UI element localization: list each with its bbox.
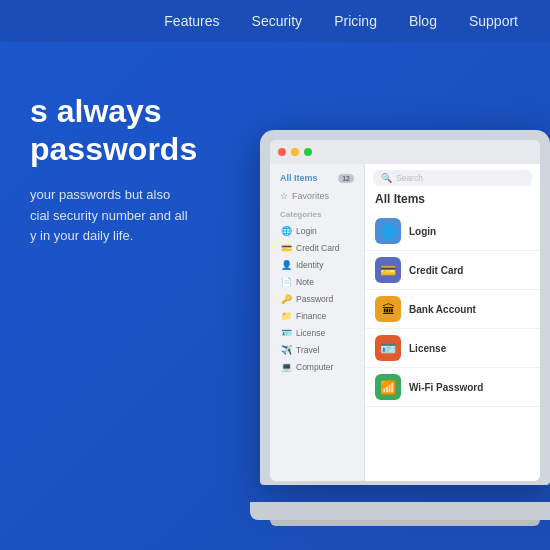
sidebar-item-license[interactable]: 🪪 License — [276, 324, 358, 341]
nav-blog[interactable]: Blog — [397, 9, 449, 33]
search-placeholder: Search — [396, 173, 423, 183]
nav-support[interactable]: Support — [457, 9, 530, 33]
license-item-label: License — [409, 343, 446, 354]
login-item-icon: 🌐 — [375, 218, 401, 244]
laptop-base — [250, 502, 550, 520]
credit-card-icon: 💳 — [280, 242, 292, 254]
sidebar-favorites[interactable]: ☆ Favorites — [276, 188, 358, 204]
list-item-bank-account[interactable]: 🏛 Bank Account — [365, 290, 540, 329]
credit-card-item-icon: 💳 — [375, 257, 401, 283]
item-list: 🌐 Login 💳 Credit Card — [365, 212, 540, 481]
laptop: All Items 12 ☆ Favorites Categories 🌐 — [250, 130, 550, 550]
computer-icon: 💻 — [280, 361, 292, 373]
app-layout: All Items 12 ☆ Favorites Categories 🌐 — [270, 164, 540, 481]
wifi-item-label: Wi-Fi Password — [409, 382, 483, 393]
app-sidebar: All Items 12 ☆ Favorites Categories 🌐 — [270, 164, 365, 481]
sidebar-all-items[interactable]: All Items 12 — [276, 170, 358, 186]
hero-text: s always passwords your passwords but al… — [30, 82, 250, 247]
laptop-screen-inner: All Items 12 ☆ Favorites Categories 🌐 — [270, 140, 540, 481]
bank-item-icon: 🏛 — [375, 296, 401, 322]
bank-item-label: Bank Account — [409, 304, 476, 315]
app-main-content: 🔍 Search All Items 🌐 Login — [365, 164, 540, 481]
search-icon: 🔍 — [381, 173, 392, 183]
sidebar-item-note[interactable]: 📄 Note — [276, 273, 358, 290]
all-items-count: 12 — [338, 174, 354, 183]
navbar: Features Security Pricing Blog Support — [0, 0, 550, 42]
sidebar-item-computer[interactable]: 💻 Computer — [276, 358, 358, 375]
laptop-screen-outer: All Items 12 ☆ Favorites Categories 🌐 — [260, 130, 550, 485]
nav-security[interactable]: Security — [240, 9, 315, 33]
note-icon: 📄 — [280, 276, 292, 288]
nav-pricing[interactable]: Pricing — [322, 9, 389, 33]
login-item-label: Login — [409, 226, 436, 237]
laptop-foot — [270, 520, 540, 526]
wifi-item-icon: 📶 — [375, 374, 401, 400]
window-minimize-dot — [291, 148, 299, 156]
hero-section: s always passwords your passwords but al… — [0, 42, 550, 550]
sidebar-item-finance[interactable]: 📁 Finance — [276, 307, 358, 324]
list-item-credit-card[interactable]: 💳 Credit Card — [365, 251, 540, 290]
list-item-license[interactable]: 🪪 License — [365, 329, 540, 368]
sidebar-item-login[interactable]: 🌐 Login — [276, 222, 358, 239]
sidebar-top: All Items 12 ☆ Favorites Categories 🌐 — [270, 164, 364, 379]
sidebar-item-identity[interactable]: 👤 Identity — [276, 256, 358, 273]
star-icon: ☆ — [280, 191, 288, 201]
nav-features[interactable]: Features — [152, 9, 231, 33]
credit-card-item-label: Credit Card — [409, 265, 463, 276]
window-close-dot — [278, 148, 286, 156]
identity-icon: 👤 — [280, 259, 292, 271]
laptop-illustration: All Items 12 ☆ Favorites Categories 🌐 — [240, 120, 550, 550]
hero-title: s always passwords — [30, 92, 250, 169]
list-item-wifi[interactable]: 📶 Wi-Fi Password — [365, 368, 540, 407]
license-icon: 🪪 — [280, 327, 292, 339]
titlebar — [270, 140, 540, 164]
finance-icon: 📁 — [280, 310, 292, 322]
main-section-title: All Items — [365, 190, 540, 212]
key-icon: 🔑 — [280, 293, 292, 305]
travel-icon: ✈️ — [280, 344, 292, 356]
list-item-login[interactable]: 🌐 Login — [365, 212, 540, 251]
sidebar-categories-label: Categories — [276, 208, 358, 222]
window-maximize-dot — [304, 148, 312, 156]
hero-description: your passwords but also cial security nu… — [30, 185, 250, 247]
sidebar-item-travel[interactable]: ✈️ Travel — [276, 341, 358, 358]
search-bar[interactable]: 🔍 Search — [373, 170, 532, 186]
sidebar-item-credit-card[interactable]: 💳 Credit Card — [276, 239, 358, 256]
license-item-icon: 🪪 — [375, 335, 401, 361]
sidebar-item-password[interactable]: 🔑 Password — [276, 290, 358, 307]
globe-icon: 🌐 — [280, 225, 292, 237]
